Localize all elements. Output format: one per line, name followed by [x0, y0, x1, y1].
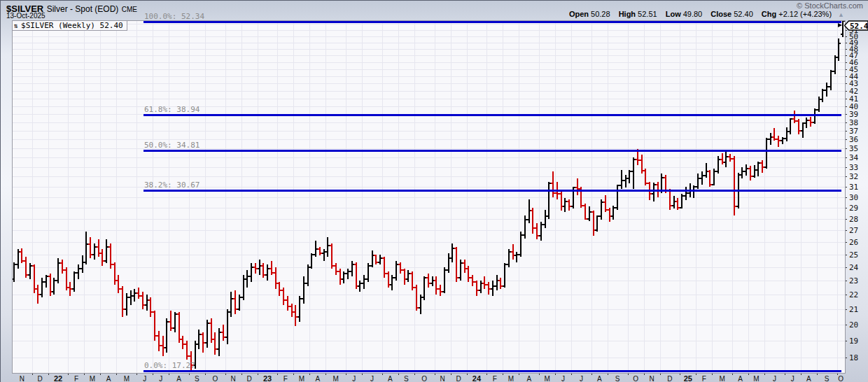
x-axis-label: A — [106, 375, 111, 382]
close-value: 52.40 — [734, 10, 753, 18]
x-axis-label: J — [370, 375, 374, 382]
x-axis-label: A — [176, 375, 181, 382]
x-axis-label: S — [404, 375, 409, 382]
x-axis-label: N — [440, 375, 445, 382]
y-axis-label: 26 — [849, 238, 858, 247]
x-axis-label: N — [231, 375, 236, 382]
x-axis-label: J — [561, 375, 565, 382]
fib-label: 38.2%: 30.67 — [144, 181, 200, 190]
fib-label: 61.8%: 38.94 — [144, 105, 200, 114]
x-axis-label: O — [212, 375, 218, 382]
x-axis-label: D — [247, 375, 252, 382]
ohlc-readout: Open50.28 High52.51 Low49.80 Close52.40 … — [569, 10, 844, 18]
y-axis-label: 27 — [849, 226, 858, 235]
y-axis-label: 36 — [849, 135, 858, 144]
x-axis-label: D — [667, 375, 672, 382]
x-axis-label: 22 — [54, 374, 62, 382]
chg-label: Chg — [762, 10, 776, 18]
x-axis-label: S — [615, 375, 620, 382]
y-axis-label: 25 — [849, 250, 858, 260]
x-axis-label: O — [838, 375, 844, 382]
x-axis-label: J — [580, 375, 583, 382]
fib-label: 0.0%: 17.27 — [144, 361, 195, 370]
x-axis-label: J — [791, 375, 794, 382]
chart-legend: ⇅ $SILVER (Weekly) 52.40 — [13, 21, 127, 31]
x-axis-label: D — [456, 375, 461, 382]
y-axis-label: 29 — [849, 204, 858, 213]
y-axis-label: 37 — [849, 127, 858, 136]
high-label: High — [619, 10, 636, 18]
x-axis-label: O — [633, 375, 638, 382]
x-axis-label: A — [738, 375, 743, 382]
y-axis-label: 23 — [849, 276, 858, 285]
copyright-label: © StockCharts.com — [797, 1, 863, 10]
y-axis-label: 28 — [849, 215, 858, 224]
y-axis-label: 34 — [849, 153, 859, 162]
fib-label: 100.0%: 52.34 — [144, 12, 204, 21]
x-axis-label: A — [316, 375, 321, 382]
x-axis-label: M — [508, 375, 514, 382]
y-axis-label: 22 — [849, 290, 858, 299]
close-label: Close — [710, 10, 732, 18]
symbol-exchange: CME — [122, 6, 137, 13]
x-axis-label: M — [753, 375, 759, 382]
x-axis-label: F — [74, 375, 78, 382]
x-axis-label: 23 — [263, 374, 272, 382]
y-axis-label: 33 — [849, 163, 858, 172]
x-axis-label: J — [352, 375, 356, 382]
x-axis-label: 25 — [684, 374, 692, 382]
y-axis-label: 32 — [849, 172, 858, 181]
price-chart-plot[interactable]: ND22FMAMJJASOND23FMAMJJASOND24FMAMJJASON… — [1, 1, 868, 382]
last-price-tag: 52.40 — [844, 20, 868, 31]
legend-text: $SILVER (Weekly) 52.40 — [21, 21, 123, 30]
low-value: 49.80 — [683, 10, 703, 18]
x-axis-label: F — [702, 375, 706, 382]
x-axis-label: A — [526, 375, 531, 382]
x-axis-label: 24 — [472, 374, 482, 382]
x-axis-label: N — [649, 375, 654, 382]
y-axis-label: 21 — [849, 305, 858, 314]
x-axis-label: J — [773, 375, 776, 382]
up-arrow-icon: ▲ — [838, 11, 844, 18]
x-axis-label: O — [421, 375, 427, 382]
fib-label: 50.0%: 34.81 — [144, 141, 200, 150]
chart-date: 13-Oct-2025 — [6, 12, 46, 20]
y-axis-label: 20 — [849, 320, 858, 330]
x-axis-label: M — [333, 375, 339, 382]
y-axis-label: 30 — [849, 193, 858, 202]
x-axis-label: A — [806, 375, 811, 382]
x-axis-label: J — [143, 375, 146, 382]
x-axis-label: M — [544, 375, 550, 382]
y-axis-label: 31 — [849, 183, 858, 192]
x-axis-label: J — [159, 375, 162, 382]
low-label: Low — [666, 10, 681, 18]
x-axis-label: M — [124, 375, 130, 382]
chg-value: +2.12 (+4.23%) — [778, 10, 832, 18]
y-axis-label: 19 — [849, 337, 858, 346]
open-value: 50.28 — [591, 10, 610, 18]
y-axis-label: 18 — [849, 353, 858, 362]
y-axis-label: 35 — [849, 144, 858, 153]
high-value: 52.51 — [638, 10, 657, 18]
x-axis-label: M — [299, 375, 304, 382]
price-tag-value: 52.40 — [850, 22, 868, 31]
x-axis-label: F — [493, 375, 497, 382]
x-axis-label: D — [38, 375, 43, 382]
x-axis-label: A — [597, 375, 602, 382]
x-axis-label: N — [20, 375, 24, 382]
x-axis-label: S — [195, 375, 200, 382]
x-axis-label: M — [90, 375, 95, 382]
symbol-name: Silver - Spot (EOD) — [47, 4, 119, 14]
open-label: Open — [569, 10, 589, 18]
y-axis-label: 24 — [849, 263, 859, 272]
x-axis-label: M — [719, 375, 724, 382]
price-style-icon: ⇅ — [14, 21, 18, 30]
chart-window: ND22FMAMJJASOND23FMAMJJASOND24FMAMJJASON… — [0, 0, 868, 382]
x-axis-label: F — [284, 375, 288, 382]
x-axis-label: S — [825, 375, 830, 382]
x-axis-label: A — [388, 375, 393, 382]
